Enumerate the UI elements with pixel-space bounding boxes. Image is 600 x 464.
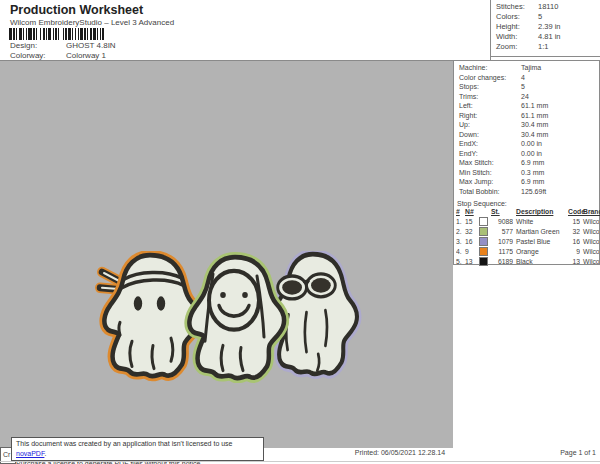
summary-row-zoom: Zoom:1:1 — [491, 42, 600, 52]
stop-sequence-panel: Stop Sequence: # N# St. Description Code… — [453, 197, 600, 265]
table-row: 3. 16 1079 Pastel Blue 16 Wilcom — [456, 237, 599, 247]
table-row: 1. 15 9088 White 15 Wilcom — [456, 217, 599, 227]
machine-info-panel: Machine:Tajima Color changes:4 Stops:5 T… — [453, 60, 600, 200]
design-name-row: Design:GHOST 4.8IN — [10, 41, 116, 50]
summary-row-stitches: Stitches:18110 — [491, 2, 600, 12]
color-swatch — [479, 247, 488, 256]
summary-row-height: Height:2.39 in — [491, 22, 600, 32]
page-title: Production Worksheet — [10, 3, 143, 17]
width-value: 4.81 in — [538, 32, 561, 42]
color-swatch — [479, 217, 488, 226]
machine-row: Max Stitch:6.9 mm — [454, 158, 599, 168]
machine-row: Total Bobbin:125.69ft — [454, 187, 599, 197]
summary-row-colors: Colors:5 — [491, 12, 600, 22]
machine-row: Right:61.1 mm — [454, 111, 599, 121]
colorway-label: Colorway: — [10, 51, 66, 60]
stop-sequence-header-row: # N# St. Description Code Brand — [456, 208, 599, 217]
smiley-face-ring — [209, 271, 259, 330]
table-row: 5. 13 6189 Black 13 Wilcom — [456, 257, 599, 267]
page-bottom-divider — [0, 461, 600, 462]
machine-row: Machine:Tajima — [454, 63, 599, 73]
design-value: GHOST 4.8IN — [66, 41, 116, 50]
printed-timestamp: Printed: 06/05/2021 12.28.14 — [330, 449, 470, 456]
page-number: Page 1 of 1 — [560, 449, 596, 456]
design-preview-area — [0, 61, 453, 448]
header-panel: Production Worksheet Wilcom EmbroiderySt… — [0, 0, 491, 61]
stop-sequence-title: Stop Sequence: — [454, 199, 599, 208]
novapdf-link[interactable]: novaPDF — [16, 450, 44, 457]
color-swatch — [479, 237, 488, 246]
table-row: 4. 9 1175 Orange 9 Wilcom — [456, 247, 599, 257]
notice-line1: This document was created by an applicat… — [16, 439, 263, 459]
color-swatch — [479, 227, 488, 236]
design-label: Design: — [10, 41, 66, 50]
machine-row: EndX:0.00 in — [454, 139, 599, 149]
colorway-value: Colorway 1 — [66, 51, 106, 60]
color-swatch — [479, 257, 488, 266]
ghost-trio-design — [90, 251, 362, 383]
design-summary-panel: Stitches:18110 Colors:5 Height:2.39 in W… — [490, 0, 600, 57]
colors-value: 5 — [538, 12, 542, 22]
machine-row: EndY:0.00 in — [454, 149, 599, 159]
summary-row-width: Width:4.81 in — [491, 32, 600, 42]
novapdf-notice: This document was created by an applicat… — [11, 437, 264, 461]
machine-row: Trims:24 — [454, 92, 599, 102]
machine-row: Left:61.1 mm — [454, 101, 599, 111]
zoom-value: 1:1 — [538, 42, 548, 52]
machine-row: Min Stitch:0.3 mm — [454, 168, 599, 178]
stop-sequence-table: # N# St. Description Code Brand 1. 15 90… — [456, 208, 599, 267]
app-subtitle: Wilcom EmbroideryStudio – Level 3 Advanc… — [10, 18, 174, 27]
ghost-left — [100, 255, 199, 376]
colorway-row: Colorway:Colorway 1 — [10, 51, 106, 60]
machine-row: Up:30.4 mm — [454, 120, 599, 130]
machine-row: Down:30.4 mm — [454, 130, 599, 140]
table-row: 2. 32 577 Martian Green 32 Wilcom — [456, 227, 599, 237]
machine-row: Max Jump:6.9 mm — [454, 177, 599, 187]
height-value: 2.39 in — [538, 22, 561, 32]
machine-row: Stops:5 — [454, 82, 599, 92]
ghost-middle — [189, 257, 284, 378]
stitches-value: 18110 — [538, 2, 558, 12]
barcode — [9, 28, 149, 40]
machine-row: Color changes:4 — [454, 73, 599, 83]
